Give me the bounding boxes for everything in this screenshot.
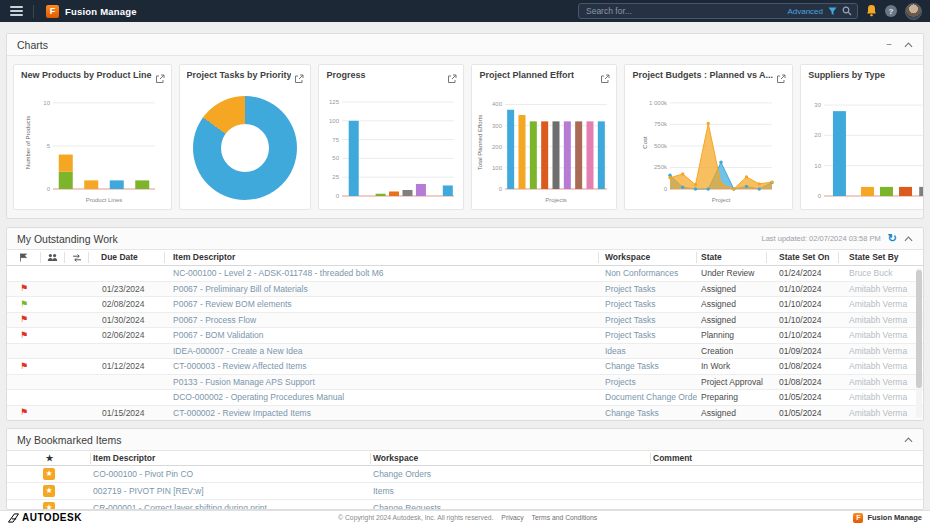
item-descriptor-link[interactable]: NC-000100 - Level 2 - ADSK-011748 - thre… [165,268,599,278]
table-row[interactable]: DCO-000002 - Operating Procedures Manual… [7,390,923,406]
collapse-chevron-icon[interactable] [904,437,913,443]
expand-chart-icon[interactable] [294,70,304,88]
minimize-icon[interactable]: − [886,40,892,50]
workspace-link[interactable]: Items [371,486,651,496]
list-item[interactable]: ★ CR-000001 - Correct layer shifting dur… [7,500,923,510]
flag-icon[interactable]: ⚑ [7,331,41,340]
svg-text:20: 20 [814,132,821,138]
workspace-link[interactable]: Change Orders [371,469,651,479]
search-icon[interactable] [842,6,852,16]
filter-funnel-icon[interactable] [828,7,837,16]
workspace-link[interactable]: Project Tasks [599,284,697,294]
collapse-chevron-icon[interactable] [904,236,913,242]
group-column-icon[interactable] [41,252,65,263]
item-descriptor-link[interactable]: CO-000100 - Pivot Pin CO [91,469,371,479]
scrollbar-thumb[interactable] [916,270,922,388]
refresh-icon[interactable]: ↻ [888,233,897,244]
svg-text:0: 0 [336,193,340,199]
column-state-set-on[interactable]: State Set On [767,252,839,263]
escalations-column-icon[interactable] [65,252,89,263]
workspace-link[interactable]: Ideas [599,346,697,356]
table-row[interactable]: ⚑ 02/06/2024 P0067 - BOM Validation Proj… [7,328,923,344]
list-item[interactable]: ★ 002719 - PIVOT PIN [REV:w] Items [7,483,923,500]
svg-text:25: 25 [333,174,340,180]
workspace-link[interactable]: Project Tasks [599,299,697,309]
column-comment[interactable]: Comment [651,453,923,464]
workspace-link[interactable]: Project Tasks [599,330,697,340]
column-due-date[interactable]: Due Date [89,252,165,263]
bookmark-star-icon[interactable]: ★ [43,502,55,510]
table-row[interactable]: ⚑ 02/08/2024 P0067 - Review BOM elements… [7,297,923,313]
item-descriptor-link[interactable]: P0067 - BOM Validation [165,330,599,340]
state-set-on-cell: 01/10/2024 [767,330,839,340]
table-row[interactable]: ⚑ 01/15/2024 CT-000002 - Review Impacted… [7,406,923,422]
item-descriptor-link[interactable]: 002719 - PIVOT PIN [REV:w] [91,486,371,496]
item-descriptor-link[interactable]: P0067 - Review BOM elements [165,299,599,309]
column-workspace[interactable]: Workspace [599,252,697,263]
column-item-descriptor[interactable]: Item Descriptor [91,453,371,464]
column-state[interactable]: State [697,252,767,263]
privacy-link[interactable]: Privacy [501,514,523,521]
table-row[interactable]: NC-000100 - Level 2 - ADSK-011748 - thre… [7,266,923,282]
bookmarked-items-header[interactable]: My Bookmarked Items [7,429,923,451]
flag-icon[interactable]: ⚑ [7,408,41,417]
search-input[interactable] [584,5,782,17]
flag-icon[interactable]: ⚑ [7,362,41,371]
state-set-on-cell: 01/24/2024 [767,268,839,278]
flag-icon[interactable]: ⚑ [7,284,41,293]
workspace-link[interactable]: Change Tasks [599,408,697,418]
item-descriptor-link[interactable]: CT-000003 - Review Affected Items [165,361,599,371]
item-descriptor-link[interactable]: P0133 - Fusion Manage APS Support [165,377,599,387]
column-workspace[interactable]: Workspace [371,453,651,464]
collapse-chevron-icon[interactable] [904,42,913,48]
bookmark-star-icon[interactable]: ★ [43,485,55,497]
global-search-box[interactable]: Advanced [578,3,858,19]
workspace-link[interactable]: Change Tasks [599,361,697,371]
workspace-link[interactable]: Non Conformances [599,268,697,278]
help-icon[interactable]: ? [885,5,897,17]
outstanding-scrollbar[interactable] [916,268,922,418]
bookmark-star-icon[interactable]: ★ [43,468,55,480]
item-descriptor-link[interactable]: P0067 - Process Flow [165,315,599,325]
workspace-link[interactable]: Change Requests [371,503,651,510]
state-set-by-cell: Amitabh Verma [839,299,923,309]
column-state-set-by[interactable]: State Set By [839,252,923,263]
workspace-link[interactable]: Document Change Order [599,392,697,402]
star-column-icon[interactable]: ★ [7,453,91,464]
flag-icon[interactable]: ⚑ [7,315,41,324]
table-row[interactable]: ⚑ 01/12/2024 CT-000003 - Review Affected… [7,359,923,375]
expand-chart-icon[interactable] [447,70,457,88]
expand-chart-icon[interactable] [776,70,786,88]
advanced-search-link[interactable]: Advanced [787,7,823,16]
hamburger-menu-icon[interactable] [8,4,25,18]
flag-icon[interactable]: ⚑ [7,300,41,309]
chart-plot-area: 0510Number of ProductsProduct Lines [17,88,168,210]
app-brand[interactable]: F Fusion Manage [46,5,137,18]
item-descriptor-link[interactable]: P0067 - Preliminary Bill of Materials [165,284,599,294]
svg-text:1 000k: 1 000k [649,100,668,106]
terms-link[interactable]: Terms and Conditions [532,514,598,521]
workspace-link[interactable]: Project Tasks [599,315,697,325]
list-item[interactable]: ★ CO-000100 - Pivot Pin CO Change Orders [7,466,923,483]
table-row[interactable]: ⚑ 01/23/2024 P0067 - Preliminary Bill of… [7,282,923,298]
state-set-on-cell: 01/05/2024 [767,408,839,418]
expand-chart-icon[interactable] [155,70,165,88]
flag-column-icon[interactable] [7,252,41,263]
last-updated-text: Last updated: 02/07/2024 03:58 PM [762,234,881,243]
item-descriptor-link[interactable]: CT-000002 - Review Impacted Items [165,408,599,418]
expand-chart-icon[interactable] [600,70,610,88]
state-cell: Assigned [697,284,767,294]
table-row[interactable]: IDEA-000007 - Create a New Idea Ideas Cr… [7,344,923,360]
column-item-descriptor[interactable]: Item Descriptor [165,252,599,263]
user-avatar[interactable] [905,3,922,20]
table-row[interactable]: P0133 - Fusion Manage APS Support Projec… [7,375,923,391]
item-descriptor-link[interactable]: DCO-000002 - Operating Procedures Manual [165,392,599,402]
notifications-bell-icon[interactable] [866,5,877,17]
item-descriptor-link[interactable]: CR-000001 - Correct layer shifting durin… [91,503,371,510]
workspace-link[interactable]: Projects [599,377,697,387]
svg-text:Projects: Projects [546,197,568,203]
charts-section-header[interactable]: Charts − [7,34,923,56]
table-row[interactable]: ⚑ 01/30/2024 P0067 - Process Flow Projec… [7,313,923,329]
item-descriptor-link[interactable]: IDEA-000007 - Create a New Idea [165,346,599,356]
outstanding-work-header[interactable]: My Outstanding Work Last updated: 02/07/… [7,228,923,250]
